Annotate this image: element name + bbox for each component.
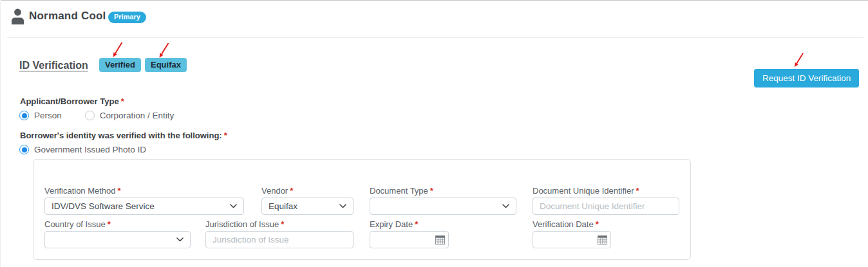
vendor-select[interactable]: Equifax <box>261 198 354 215</box>
chevron-down-icon <box>230 204 237 208</box>
expiry-date-control <box>370 231 449 248</box>
applicant-type-label: Applicant/Borrower Type* <box>20 97 124 106</box>
calendar-icon[interactable] <box>435 235 445 244</box>
chevron-down-icon <box>502 204 509 208</box>
primary-badge: Primary <box>108 12 146 23</box>
customer-name: Normand Cool <box>29 10 106 23</box>
radio-government-issued-photo-id-label: Government Issued Photo ID <box>34 145 146 154</box>
document-unique-identifier-input[interactable] <box>533 198 679 215</box>
jurisdiction-of-issue-input[interactable] <box>205 231 354 248</box>
radio-person-label: Person <box>34 111 62 120</box>
required-marker: * <box>121 97 124 106</box>
identity-verified-label: Borrower's identity was verified with th… <box>20 131 227 140</box>
verification-date-input[interactable] <box>538 235 594 244</box>
identity-verified-label-text: Borrower's identity was verified with th… <box>20 131 222 140</box>
field-country-of-issue: Country of Issue* <box>44 219 191 248</box>
country-of-issue-select[interactable] <box>44 231 191 248</box>
radio-corporation-entity[interactable] <box>85 111 95 120</box>
document-type-label: Document Type* <box>370 186 516 196</box>
field-vendor: Vendor* Equifax <box>261 186 354 215</box>
country-of-issue-label: Country of Issue* <box>44 219 191 230</box>
annotation-arrow-equifax <box>157 41 171 59</box>
calendar-icon[interactable] <box>598 235 607 244</box>
verification-method-select[interactable]: IDV/DVS Software Service <box>44 198 244 215</box>
field-verification-date: Verification Date* <box>533 219 611 248</box>
vendor-badge-equifax: Equifax <box>145 58 187 72</box>
request-id-verification-button[interactable]: Request ID Verification <box>754 69 859 87</box>
applicant-type-label-text: Applicant/Borrower Type <box>20 97 119 106</box>
required-marker: * <box>224 131 227 140</box>
header-divider <box>7 37 863 38</box>
field-expiry-date: Expiry Date* <box>370 219 449 248</box>
annotation-arrow-request-button <box>791 51 807 68</box>
radio-person[interactable] <box>19 111 29 120</box>
verification-date-control <box>533 231 611 248</box>
verification-date-label: Verification Date* <box>533 219 611 230</box>
section-title: ID Verification <box>19 60 88 71</box>
chevron-down-icon <box>339 204 346 208</box>
field-jurisdiction-of-issue: Jurisdiction of Issue* <box>205 219 354 248</box>
annotation-arrow-verified <box>111 40 124 59</box>
vendor-label: Vendor* <box>261 186 354 196</box>
document-type-select[interactable] <box>370 198 516 215</box>
radio-government-issued-photo-id[interactable] <box>19 145 29 154</box>
radio-corporation-entity-label: Corporation / Entity <box>100 111 175 120</box>
expiry-date-input[interactable] <box>375 235 431 244</box>
chevron-down-icon <box>176 237 184 242</box>
field-document-unique-identifier: Document Unique Identifier* <box>533 186 679 215</box>
verification-method-label: Verification Method* <box>44 186 244 196</box>
identity-verified-radio-group: Government Issued Photo ID <box>19 145 164 154</box>
field-verification-method: Verification Method* IDV/DVS Software Se… <box>44 186 244 215</box>
person-icon <box>10 8 26 25</box>
status-badge-verified: Verified <box>99 58 141 72</box>
borrower-id-verification-panel: Normand Cool Primary ID Verification Ver… <box>0 0 868 267</box>
expiry-date-label: Expiry Date* <box>370 219 449 230</box>
field-document-type: Document Type* <box>370 186 516 215</box>
jurisdiction-of-issue-label: Jurisdiction of Issue* <box>205 219 354 230</box>
applicant-type-radio-group: Person Corporation / Entity <box>19 111 192 120</box>
document-unique-identifier-label: Document Unique Identifier* <box>533 186 679 196</box>
